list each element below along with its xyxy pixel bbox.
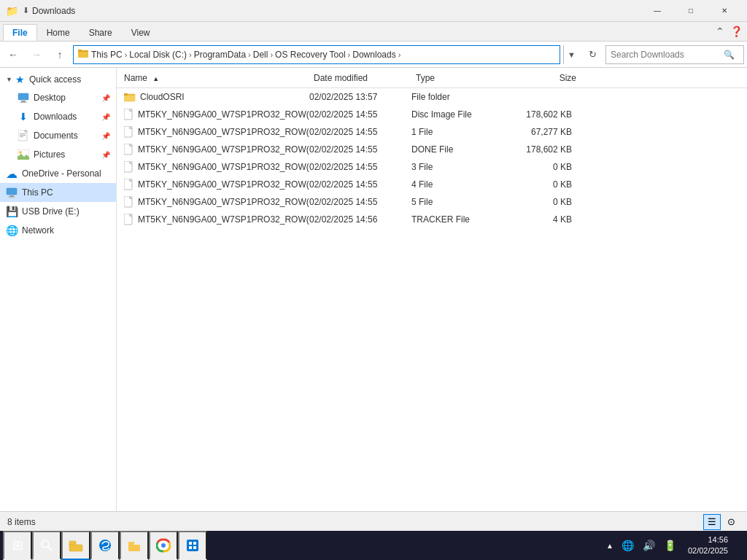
close-button[interactable]: ✕	[708, 0, 741, 22]
sidebar: ▼ ★ Quick access Desktop 📌 ⬇ Downloads 📌…	[0, 68, 117, 511]
address-bar[interactable]: This PC › Local Disk (C:) › ProgramData …	[73, 45, 560, 64]
file-name: MT5KY_N6N9GA00_W7SP1PRO32_ROW(…	[124, 144, 309, 155]
table-row[interactable]: MT5KY_N6N9GA00_W7SP1PRO32_ROW(… 02/02/20…	[117, 193, 747, 211]
file-size: 67,277 KB	[506, 127, 572, 137]
svg-rect-5	[20, 102, 27, 103]
sidebar-item-downloads[interactable]: ⬇ Downloads 📌	[0, 107, 116, 126]
svg-rect-4	[21, 101, 26, 102]
back-button[interactable]: ←	[3, 44, 23, 65]
clock[interactable]: 14:56 02/02/2025	[682, 533, 734, 559]
search-input[interactable]	[611, 50, 724, 60]
svg-rect-34	[187, 540, 198, 551]
app5-taskbar-button[interactable]	[178, 531, 207, 560]
desktop-icon	[18, 92, 29, 104]
search-icon[interactable]: 🔍	[724, 50, 735, 60]
breadcrumb-programdata[interactable]: ProgramData	[194, 50, 246, 60]
address-dropdown-button[interactable]: ▼	[563, 45, 579, 64]
documents-icon	[18, 130, 29, 141]
up-button[interactable]: ↑	[50, 44, 70, 65]
sidebar-item-desktop[interactable]: Desktop 📌	[0, 88, 116, 107]
svg-rect-1	[78, 52, 88, 58]
col-header-type[interactable]: Type	[416, 73, 511, 83]
file-type: DONE File	[411, 144, 506, 155]
details-view-button[interactable]: ☰	[703, 514, 721, 530]
onedrive-label: OneDrive - Personal	[22, 168, 101, 179]
sidebar-item-network[interactable]: 🌐 Network	[0, 221, 116, 240]
breadcrumb-thispc[interactable]: This PC	[91, 50, 123, 60]
forward-button[interactable]: →	[26, 44, 47, 65]
collapse-ribbon-button[interactable]: ⌃	[712, 23, 728, 39]
help-button[interactable]: ❓	[728, 23, 744, 39]
file-name: MT5KY_N6N9GA00_W7SP1PRO32_ROW(…	[124, 109, 309, 120]
breadcrumb-downloads[interactable]: Downloads	[352, 50, 395, 60]
start-button[interactable]: ⊞	[3, 531, 32, 560]
maximize-button[interactable]: □	[674, 0, 708, 22]
table-row[interactable]: MT5KY_N6N9GA00_W7SP1PRO32_ROW(… 02/02/20…	[117, 106, 747, 123]
file-date: 02/02/2025 13:57	[309, 92, 411, 102]
file-name: MT5KY_N6N9GA00_W7SP1PRO32_ROW(…	[124, 126, 309, 138]
window-controls: — □ ✕	[640, 0, 741, 22]
table-row[interactable]: MT5KY_N6N9GA00_W7SP1PRO32_ROW(… 02/02/20…	[117, 123, 747, 141]
thispc-label: This PC	[22, 187, 53, 198]
quick-access-header[interactable]: ▼ ★ Quick access	[0, 71, 116, 88]
sidebar-item-usb[interactable]: 💾 USB Drive (E:)	[0, 202, 116, 221]
sidebar-item-documents[interactable]: Documents 📌	[0, 126, 116, 145]
file-date: 02/02/2025 14:55	[309, 144, 411, 155]
file-type: 3 File	[411, 162, 506, 172]
file-size: 0 KB	[506, 162, 572, 172]
file-size: 4 KB	[506, 214, 572, 225]
breadcrumb-osrecovery[interactable]: OS Recovery Tool	[275, 50, 346, 60]
large-icons-view-button[interactable]: ⊙	[722, 514, 740, 530]
tab-file[interactable]: File	[3, 24, 37, 41]
breadcrumb-localdisk[interactable]: Local Disk (C:)	[129, 50, 187, 60]
clock-date: 02/02/2025	[688, 545, 728, 556]
downloads-label: Downloads	[34, 112, 77, 122]
col-header-date[interactable]: Date modified	[314, 73, 416, 83]
network-label: Network	[22, 225, 54, 236]
refresh-button[interactable]: ↻	[582, 45, 603, 64]
tab-view[interactable]: View	[122, 24, 160, 41]
search-taskbar-button[interactable]	[32, 531, 61, 560]
table-row[interactable]: MT5KY_N6N9GA00_W7SP1PRO32_ROW(… 02/02/20…	[117, 141, 747, 158]
show-hidden-icons-button[interactable]: ▲	[604, 531, 616, 560]
show-desktop-button[interactable]	[737, 531, 741, 560]
thispc-icon	[6, 187, 18, 198]
desktop-label: Desktop	[34, 93, 66, 103]
file-type: 5 File	[411, 197, 506, 207]
title-text: Downloads	[32, 6, 640, 16]
svg-rect-16	[124, 96, 135, 101]
file-date: 02/02/2025 14:55	[309, 127, 411, 137]
minimize-button[interactable]: —	[640, 0, 674, 22]
col-header-size[interactable]: Size	[511, 73, 576, 83]
files-taskbar-button[interactable]	[120, 531, 149, 560]
battery-icon[interactable]: 🔋	[661, 540, 679, 551]
table-row[interactable]: MT5KY_N6N9GA00_W7SP1PRO32_ROW(… 02/02/20…	[117, 158, 747, 176]
usb-icon: 💾	[6, 206, 18, 217]
table-row[interactable]: MT5KY_N6N9GA00_W7SP1PRO32_ROW(… 02/02/20…	[117, 211, 747, 228]
file-name: MT5KY_N6N9GA00_W7SP1PRO32_ROW(…	[124, 179, 309, 190]
file-date: 02/02/2025 14:56	[309, 214, 411, 225]
svg-rect-31	[128, 545, 140, 551]
table-row[interactable]: CloudOSRI 02/02/2025 13:57 File folder	[117, 88, 747, 106]
network-status-icon[interactable]: 🌐	[619, 540, 637, 551]
chrome-taskbar-button[interactable]	[149, 531, 178, 560]
file-icon	[124, 109, 133, 120]
sidebar-item-pictures[interactable]: Pictures 📌	[0, 145, 116, 164]
col-header-name[interactable]: Name ▲	[124, 73, 314, 83]
file-name: CloudOSRI	[124, 91, 309, 103]
title-quick-access-icon: ⬇	[23, 6, 29, 15]
sidebar-item-onedrive[interactable]: ☁ OneDrive - Personal	[0, 164, 116, 183]
file-type: File folder	[411, 92, 506, 102]
file-icon	[124, 126, 133, 138]
title-bar: 📁 ⬇ Downloads — □ ✕	[0, 0, 747, 22]
tab-share[interactable]: Share	[80, 24, 122, 41]
edge-taskbar-button[interactable]	[90, 531, 120, 560]
explorer-taskbar-button[interactable]	[61, 531, 90, 560]
table-row[interactable]: MT5KY_N6N9GA00_W7SP1PRO32_ROW(… 02/02/20…	[117, 176, 747, 193]
tab-home[interactable]: Home	[37, 24, 80, 41]
breadcrumb-dell[interactable]: Dell	[253, 50, 268, 60]
svg-rect-8	[20, 135, 26, 136]
volume-icon[interactable]: 🔊	[640, 540, 658, 551]
sidebar-item-thispc[interactable]: This PC	[0, 183, 116, 202]
search-box[interactable]: 🔍	[605, 45, 744, 64]
